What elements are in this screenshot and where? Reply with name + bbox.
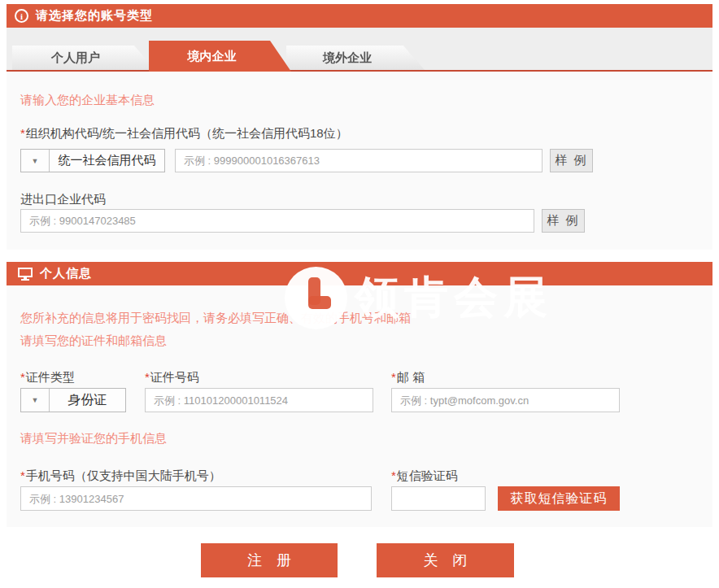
ie-code-sample-button[interactable]: 样 例	[542, 209, 585, 233]
cert-no-input[interactable]	[145, 388, 373, 412]
org-code-sample-button[interactable]: 样 例	[550, 149, 593, 172]
register-button[interactable]: 注 册	[201, 543, 338, 577]
phone-label: *手机号码（仅支持中国大陆手机号）	[20, 468, 221, 484]
email-input[interactable]	[391, 388, 620, 412]
ie-code-label: 进出口企业代码	[20, 192, 106, 207]
personal-info-header: 个人信息	[7, 262, 712, 285]
cert-email-hint: 请填写您的证件和邮箱信息	[20, 333, 167, 349]
get-sms-code-button[interactable]: 获取短信验证码	[498, 486, 620, 511]
phone-input[interactable]	[20, 486, 372, 511]
cert-type-label: *证件类型	[20, 370, 75, 385]
tab-domestic-enterprise[interactable]: 境内企业	[149, 41, 291, 72]
cert-no-label: *证件号码	[145, 370, 199, 385]
close-button[interactable]: 关 闭	[377, 543, 514, 577]
info-icon: i	[15, 9, 28, 23]
enterprise-info-hint: 请输入您的企业基本信息	[20, 93, 155, 108]
required-mark: *	[391, 468, 396, 482]
cert-type-select[interactable]: ▼ 身份证	[20, 388, 126, 412]
ie-code-input[interactable]	[20, 209, 534, 233]
required-mark: *	[145, 370, 150, 384]
required-mark: *	[20, 370, 25, 384]
tab-personal-user[interactable]: 个人用户	[12, 46, 155, 70]
section1-title: 请选择您的账号类型	[36, 8, 153, 24]
account-type-header: i 请选择您的账号类型	[7, 4, 712, 28]
chevron-down-icon: ▼	[21, 150, 50, 172]
tab-overseas-enterprise[interactable]: 境外企业	[286, 46, 425, 70]
phone-verify-hint: 请填写并验证您的手机信息	[20, 431, 167, 446]
email-label: *邮 箱	[391, 370, 425, 385]
credit-code-type-value: 统一社会信用代码	[50, 150, 164, 172]
org-code-input[interactable]	[175, 149, 543, 172]
password-recovery-hint: 您所补充的信息将用于密码找回，请务必填写正确、有效的手机号和邮箱	[20, 311, 411, 326]
required-mark: *	[20, 468, 25, 482]
monitor-icon	[18, 268, 33, 281]
org-code-label: *组织机构代码/统一社会信用代码（统一社会信用代码18位）	[20, 126, 348, 142]
sms-code-input[interactable]	[391, 486, 486, 511]
registration-page: i 请选择您的账号类型 个人用户 境外企业 境内企业 请输入您的企业基本信息 *…	[0, 0, 719, 588]
cert-type-value: 身份证	[50, 389, 125, 412]
credit-code-type-select[interactable]: ▼ 统一社会信用代码	[20, 149, 165, 172]
required-mark: *	[20, 126, 25, 140]
chevron-down-icon: ▼	[21, 389, 50, 412]
required-mark: *	[391, 370, 396, 384]
sms-code-label: *短信验证码	[391, 468, 458, 484]
section2-title: 个人信息	[40, 266, 92, 281]
